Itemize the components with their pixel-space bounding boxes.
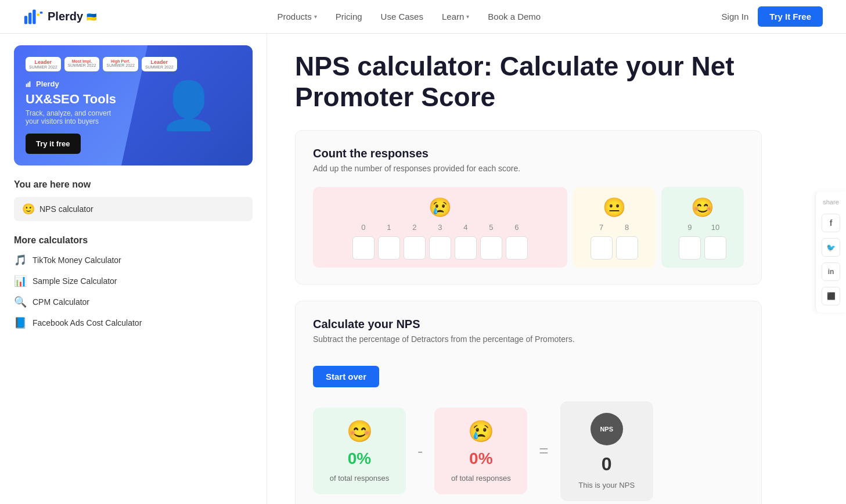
nav-demo[interactable]: Book a Demo — [488, 12, 541, 21]
score-input-4[interactable] — [455, 236, 477, 260]
try-free-button[interactable]: Try It Free — [758, 6, 823, 27]
promoters-group: 😊 9 10 — [661, 187, 744, 268]
detractors-sub: of total responses — [451, 474, 511, 483]
share-twitter-button[interactable]: 🐦 — [822, 238, 840, 257]
result-row: 😊 0% of total responses - 😢 0% of total … — [313, 401, 744, 501]
score-input-9[interactable] — [679, 236, 701, 260]
share-linkedin-button[interactable]: in — [822, 262, 840, 281]
promoters-face: 😊 — [691, 196, 714, 218]
score-input-2[interactable] — [404, 236, 426, 260]
svg-rect-4 — [40, 12, 43, 14]
detractors-group: 😢 0 1 2 3 4 5 6 — [313, 187, 567, 268]
score-input-8[interactable] — [616, 236, 638, 260]
calculators-list: 🎵 TikTok Money Calculator 📊 Sample Size … — [14, 254, 253, 329]
nps-section-title: Calculate your NPS — [313, 318, 744, 331]
score-input-3[interactable] — [429, 236, 451, 260]
passive-group: 😐 7 8 — [573, 187, 656, 268]
share-facebook-button[interactable]: f — [822, 214, 840, 232]
detractors-percentage: 0% — [469, 449, 492, 468]
calc-item-tiktok[interactable]: 🎵 TikTok Money Calculator — [14, 254, 253, 267]
count-responses-section: Count the responses Add up the number of… — [295, 130, 762, 285]
calc-label: TikTok Money Calculator — [33, 255, 121, 265]
main-content: NPS calculator: Calculate your Net Promo… — [267, 34, 790, 504]
promoters-percentage: 0% — [348, 449, 371, 468]
logo-text: Plerdy — [48, 10, 83, 23]
nps-score-value: 0 — [602, 453, 612, 475]
nav-actions: Sign In Try It Free — [722, 6, 823, 27]
nav-products[interactable]: Products ▾ — [278, 12, 317, 21]
calc-item-cpm[interactable]: 🔍 CPM Calculator — [14, 296, 253, 308]
detractor-inputs — [320, 236, 560, 260]
svg-rect-1 — [28, 12, 31, 24]
page-layout: 👤 Leader SUMMER 2022 Most Impl. SUMMER 2… — [0, 34, 846, 504]
promoters-result-card: 😊 0% of total responses — [313, 408, 406, 494]
cpm-icon: 🔍 — [14, 296, 27, 308]
ad-brand: Plerdy — [36, 80, 59, 88]
badge-leader: Leader SUMMER 2022 — [26, 57, 61, 71]
svg-rect-5 — [26, 84, 27, 87]
nps-badge: NPS — [591, 413, 623, 445]
calc-label: Facebook Ads Cost Calculator — [33, 318, 142, 327]
you-are-here-label: You are here now — [14, 179, 253, 190]
passive-inputs — [580, 236, 649, 260]
share-label: share — [823, 199, 839, 206]
badge-performer: High Perf. SUMMER 2022 — [103, 57, 138, 71]
nav-links: Products ▾ Pricing Use Cases Learn ▾ Boo… — [278, 12, 541, 21]
navbar: Plerdy 🇺🇦 Products ▾ Pricing Use Cases L… — [0, 0, 846, 34]
nps-icon: 🙂 — [22, 203, 35, 215]
detractors-result-face: 😢 — [468, 419, 494, 444]
page-title: NPS calculator: Calculate your Net Promo… — [295, 51, 762, 113]
svg-rect-3 — [37, 13, 39, 16]
svg-rect-6 — [28, 82, 29, 87]
passive-face: 😐 — [603, 196, 626, 218]
sample-size-icon: 📊 — [14, 275, 27, 287]
detractor-score-numbers: 0 1 2 3 4 5 6 — [320, 223, 560, 232]
nps-calc-section: Calculate your NPS Subtract the percenta… — [295, 301, 762, 504]
detractors-result-card: 😢 0% of total responses — [434, 408, 527, 494]
g2-badges: Leader SUMMER 2022 Most Impl. SUMMER 202… — [26, 57, 241, 71]
score-input-0[interactable] — [352, 236, 375, 260]
logo[interactable]: Plerdy 🇺🇦 — [23, 6, 96, 27]
svg-rect-2 — [33, 9, 35, 24]
nav-usecases[interactable]: Use Cases — [381, 12, 423, 21]
score-input-1[interactable] — [378, 236, 400, 260]
badge-leader-2: Leader SUMMER 2022 — [142, 57, 177, 71]
logo-flag: 🇺🇦 — [87, 12, 96, 21]
nav-learn[interactable]: Learn ▾ — [442, 12, 469, 21]
calc-label: Sample Size Calculator — [33, 276, 117, 286]
score-input-7[interactable] — [591, 236, 613, 260]
ad-try-free-button[interactable]: Try it free — [26, 134, 81, 154]
promoters-sub: of total responses — [330, 474, 390, 483]
score-input-10[interactable] — [704, 236, 726, 260]
facebook-icon: 📘 — [14, 316, 27, 329]
sidebar: 👤 Leader SUMMER 2022 Most Impl. SUMMER 2… — [0, 34, 267, 504]
chevron-down-icon-2: ▾ — [466, 13, 469, 20]
badge-implementable: Most Impl. SUMMER 2022 — [64, 57, 100, 71]
svg-rect-0 — [24, 16, 27, 24]
calc-item-sample-size[interactable]: 📊 Sample Size Calculator — [14, 275, 253, 287]
detractors-face: 😢 — [429, 196, 452, 218]
ad-headline: UX&SEO Tools — [26, 92, 241, 107]
promoter-score-numbers: 9 10 — [668, 223, 737, 232]
calc-label: CPM Calculator — [33, 297, 89, 307]
nps-result-label: This is your NPS — [578, 481, 635, 489]
ad-subtitle: Track, analyze, and convertyour visitors… — [26, 109, 241, 125]
promoters-result-face: 😊 — [347, 419, 373, 444]
score-input-5[interactable] — [480, 236, 502, 260]
ad-plerdy-logo: Plerdy — [26, 80, 241, 88]
count-section-sub: Add up the number of responses provided … — [313, 164, 744, 173]
ad-content: Leader SUMMER 2022 Most Impl. SUMMER 202… — [26, 57, 241, 154]
sign-in-link[interactable]: Sign In — [722, 12, 749, 21]
share-digg-button[interactable]: ⬛ — [822, 287, 840, 305]
nav-pricing[interactable]: Pricing — [336, 12, 362, 21]
current-page-item: 🙂 NPS calculator — [14, 197, 253, 221]
passive-score-numbers: 7 8 — [580, 223, 649, 232]
tiktok-icon: 🎵 — [14, 254, 27, 267]
start-over-button[interactable]: Start over — [313, 366, 379, 387]
score-input-6[interactable] — [506, 236, 528, 260]
share-sidebar: share f 🐦 in ⬛ — [815, 192, 846, 312]
calc-item-facebook-ads[interactable]: 📘 Facebook Ads Cost Calculator — [14, 316, 253, 329]
promoter-inputs — [668, 236, 737, 260]
count-section-title: Count the responses — [313, 147, 744, 160]
chevron-down-icon: ▾ — [314, 13, 317, 20]
